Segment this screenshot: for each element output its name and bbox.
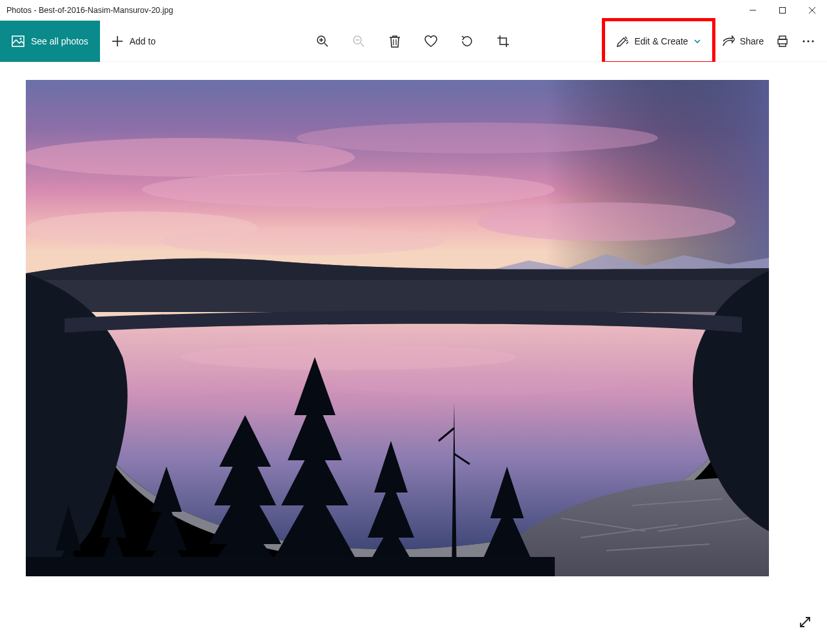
photo-icon xyxy=(12,35,25,47)
toolbar: See all photos Add to xyxy=(0,21,827,62)
edit-icon xyxy=(616,35,629,48)
share-label: Share xyxy=(740,36,764,46)
photo-image xyxy=(26,80,769,576)
svg-point-24 xyxy=(26,138,355,177)
zoom-out-icon xyxy=(352,35,365,48)
share-icon xyxy=(722,35,735,47)
close-button[interactable] xyxy=(797,0,827,21)
share-button[interactable]: Share xyxy=(722,35,764,47)
svg-line-9 xyxy=(324,43,328,46)
svg-point-20 xyxy=(807,40,809,42)
fullscreen-button[interactable] xyxy=(796,613,814,631)
add-to-button[interactable]: Add to xyxy=(100,21,167,62)
see-all-photos-button[interactable]: See all photos xyxy=(0,21,100,62)
window-title: Photos - Best-of-2016-Nasim-Mansurov-20.… xyxy=(6,6,173,15)
window-controls xyxy=(738,0,827,21)
expand-icon xyxy=(799,616,812,629)
minimize-button[interactable] xyxy=(738,0,768,21)
crop-button[interactable] xyxy=(496,34,510,48)
more-icon xyxy=(802,40,814,43)
close-icon xyxy=(808,6,816,14)
svg-rect-17 xyxy=(779,36,786,39)
svg-point-30 xyxy=(181,344,516,370)
svg-rect-1 xyxy=(780,8,786,14)
delete-button[interactable] xyxy=(388,34,402,48)
rotate-button[interactable] xyxy=(460,34,474,48)
content-area xyxy=(0,62,827,644)
add-to-label: Add to xyxy=(130,36,155,46)
delete-icon xyxy=(389,35,401,48)
more-button[interactable] xyxy=(801,34,815,48)
svg-rect-40 xyxy=(26,557,555,576)
chevron-down-icon xyxy=(693,37,701,45)
crop-icon xyxy=(497,35,510,48)
svg-point-32 xyxy=(155,392,413,413)
zoom-out-button xyxy=(352,34,366,48)
edit-create-label: Edit & Create xyxy=(634,36,688,46)
svg-point-21 xyxy=(812,40,813,42)
svg-point-25 xyxy=(142,171,555,208)
heart-icon xyxy=(424,35,438,48)
svg-point-29 xyxy=(161,227,445,255)
right-icon-group: Edit & Create Share xyxy=(607,28,827,54)
print-icon xyxy=(776,35,789,48)
svg-point-19 xyxy=(802,40,804,42)
zoom-in-icon xyxy=(316,35,329,48)
minimize-icon xyxy=(749,6,757,14)
edit-create-button[interactable]: Edit & Create xyxy=(607,28,710,54)
maximize-button[interactable] xyxy=(768,0,797,21)
rotate-icon xyxy=(460,34,474,48)
zoom-in-button[interactable] xyxy=(315,34,330,48)
svg-point-27 xyxy=(477,202,735,241)
svg-point-5 xyxy=(19,37,21,39)
svg-point-31 xyxy=(335,371,619,395)
svg-line-41 xyxy=(801,618,810,627)
center-icon-group xyxy=(315,34,510,48)
svg-line-13 xyxy=(361,43,364,46)
see-all-label: See all photos xyxy=(31,36,88,46)
favorite-button[interactable] xyxy=(424,34,438,48)
svg-point-26 xyxy=(297,122,658,153)
plus-icon xyxy=(112,35,123,47)
print-button[interactable] xyxy=(775,34,790,48)
photos-app-window: Photos - Best-of-2016-Nasim-Mansurov-20.… xyxy=(0,0,827,644)
photo-viewport[interactable] xyxy=(26,80,769,576)
maximize-icon xyxy=(779,6,786,14)
titlebar: Photos - Best-of-2016-Nasim-Mansurov-20.… xyxy=(0,0,827,21)
